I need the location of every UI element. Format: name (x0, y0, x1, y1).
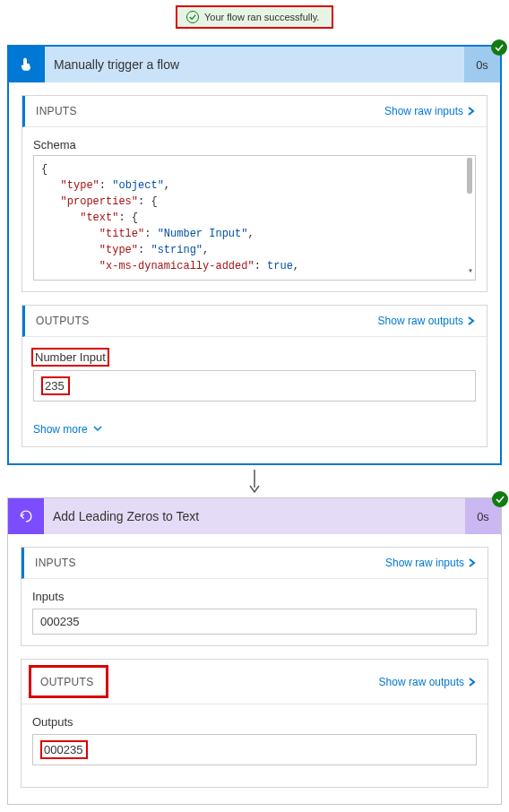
outputs-field-value-box: 000235 (32, 734, 477, 765)
show-raw-outputs-link[interactable]: Show raw outputs (378, 315, 476, 327)
number-input-value-box: 235 (33, 370, 476, 402)
inputs-title: INPUTS (36, 105, 77, 117)
card-title: Manually trigger a flow (45, 57, 464, 72)
card-title: Add Leading Zeros to Text (44, 509, 465, 523)
success-badge-icon (491, 39, 507, 56)
outputs-title: OUTPUTS (36, 315, 89, 327)
number-input-value: 235 (45, 379, 65, 393)
highlight-number-input-label: Number Input (31, 348, 109, 367)
number-input-label: Number Input (35, 350, 106, 364)
chevron-down-icon: ▾ (468, 263, 473, 280)
outputs-section: OUTPUTS Show raw outputs Outputs 000235 (21, 659, 488, 788)
flow-connector-arrow (0, 465, 509, 497)
highlight-number-input-value: 235 (41, 376, 70, 395)
scrollbar[interactable]: ▾ (466, 158, 473, 278)
success-banner: Your flow ran successfully. (176, 5, 333, 29)
show-raw-inputs-link[interactable]: Show raw inputs (385, 557, 477, 569)
compose-icon (8, 498, 44, 534)
chevron-right-icon (468, 678, 477, 687)
show-more-link[interactable]: Show more (22, 412, 487, 436)
card-manual-trigger: Manually trigger a flow 0s INPUTS Show r… (7, 45, 502, 465)
inputs-section: INPUTS Show raw inputs Inputs 000235 (21, 547, 488, 646)
card-header[interactable]: Add Leading Zeros to Text 0s (8, 498, 501, 534)
card-add-leading-zeros: Add Leading Zeros to Text 0s INPUTS Show… (7, 497, 502, 805)
highlight-outputs-title: OUTPUTS (29, 665, 108, 698)
trigger-icon (9, 47, 45, 82)
inputs-field-label: Inputs (22, 579, 487, 609)
inputs-field-value: 000235 (32, 609, 477, 635)
show-raw-outputs-link[interactable]: Show raw outputs (379, 676, 477, 688)
card-header[interactable]: Manually trigger a flow 0s (9, 47, 500, 82)
success-check-icon (186, 11, 199, 23)
show-raw-inputs-link[interactable]: Show raw inputs (384, 105, 476, 117)
success-text: Your flow ran successfully. (204, 12, 319, 22)
outputs-field-label: Outputs (22, 704, 487, 734)
highlight-outputs-value: 000235 (40, 740, 88, 759)
chevron-right-icon (468, 558, 477, 567)
inputs-section: INPUTS Show raw inputs Schema { "type": … (22, 95, 487, 292)
outputs-title: OUTPUTS (40, 676, 93, 688)
chevron-right-icon (467, 107, 476, 116)
schema-label: Schema (33, 138, 476, 151)
outputs-field-value: 000235 (44, 743, 82, 756)
schema-textbox[interactable]: { "type": "object", "properties": { "tex… (33, 155, 476, 281)
inputs-title: INPUTS (35, 557, 76, 569)
success-badge-icon (492, 491, 508, 507)
chevron-down-icon (93, 423, 102, 436)
chevron-right-icon (467, 316, 476, 325)
outputs-section: OUTPUTS Show raw outputs Number Input 23… (22, 305, 487, 447)
